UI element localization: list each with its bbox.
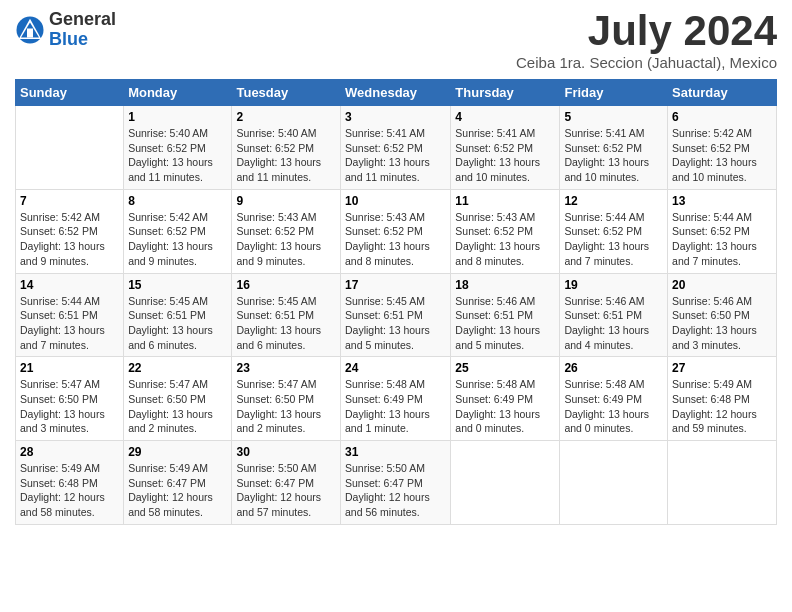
calendar-cell: 11Sunrise: 5:43 AM Sunset: 6:52 PM Dayli… bbox=[451, 189, 560, 273]
calendar-cell: 5Sunrise: 5:41 AM Sunset: 6:52 PM Daylig… bbox=[560, 106, 668, 190]
calendar-cell: 22Sunrise: 5:47 AM Sunset: 6:50 PM Dayli… bbox=[124, 357, 232, 441]
calendar-cell: 24Sunrise: 5:48 AM Sunset: 6:49 PM Dayli… bbox=[341, 357, 451, 441]
day-info: Sunrise: 5:42 AM Sunset: 6:52 PM Dayligh… bbox=[20, 210, 119, 269]
day-number: 10 bbox=[345, 194, 446, 208]
day-info: Sunrise: 5:50 AM Sunset: 6:47 PM Dayligh… bbox=[236, 461, 336, 520]
day-number: 31 bbox=[345, 445, 446, 459]
day-info: Sunrise: 5:44 AM Sunset: 6:52 PM Dayligh… bbox=[672, 210, 772, 269]
calendar-cell bbox=[668, 441, 777, 525]
day-info: Sunrise: 5:43 AM Sunset: 6:52 PM Dayligh… bbox=[455, 210, 555, 269]
day-number: 5 bbox=[564, 110, 663, 124]
day-number: 6 bbox=[672, 110, 772, 124]
day-info: Sunrise: 5:45 AM Sunset: 6:51 PM Dayligh… bbox=[236, 294, 336, 353]
logo-blue-text: Blue bbox=[49, 30, 116, 50]
calendar-table: SundayMondayTuesdayWednesdayThursdayFrid… bbox=[15, 79, 777, 525]
day-number: 26 bbox=[564, 361, 663, 375]
calendar-cell: 4Sunrise: 5:41 AM Sunset: 6:52 PM Daylig… bbox=[451, 106, 560, 190]
calendar-cell: 1Sunrise: 5:40 AM Sunset: 6:52 PM Daylig… bbox=[124, 106, 232, 190]
day-info: Sunrise: 5:49 AM Sunset: 6:47 PM Dayligh… bbox=[128, 461, 227, 520]
header-cell-wednesday: Wednesday bbox=[341, 80, 451, 106]
calendar-cell: 9Sunrise: 5:43 AM Sunset: 6:52 PM Daylig… bbox=[232, 189, 341, 273]
day-number: 14 bbox=[20, 278, 119, 292]
day-info: Sunrise: 5:42 AM Sunset: 6:52 PM Dayligh… bbox=[672, 126, 772, 185]
day-number: 11 bbox=[455, 194, 555, 208]
day-info: Sunrise: 5:40 AM Sunset: 6:52 PM Dayligh… bbox=[128, 126, 227, 185]
calendar-cell bbox=[451, 441, 560, 525]
logo-icon bbox=[15, 15, 45, 45]
calendar-cell: 8Sunrise: 5:42 AM Sunset: 6:52 PM Daylig… bbox=[124, 189, 232, 273]
title-area: July 2024 Ceiba 1ra. Seccion (Jahuactal)… bbox=[516, 10, 777, 71]
header-cell-monday: Monday bbox=[124, 80, 232, 106]
day-number: 27 bbox=[672, 361, 772, 375]
day-number: 8 bbox=[128, 194, 227, 208]
day-number: 16 bbox=[236, 278, 336, 292]
calendar-cell: 15Sunrise: 5:45 AM Sunset: 6:51 PM Dayli… bbox=[124, 273, 232, 357]
day-number: 9 bbox=[236, 194, 336, 208]
month-title: July 2024 bbox=[516, 10, 777, 52]
day-info: Sunrise: 5:41 AM Sunset: 6:52 PM Dayligh… bbox=[455, 126, 555, 185]
day-info: Sunrise: 5:41 AM Sunset: 6:52 PM Dayligh… bbox=[564, 126, 663, 185]
day-info: Sunrise: 5:45 AM Sunset: 6:51 PM Dayligh… bbox=[128, 294, 227, 353]
calendar-cell: 20Sunrise: 5:46 AM Sunset: 6:50 PM Dayli… bbox=[668, 273, 777, 357]
day-number: 28 bbox=[20, 445, 119, 459]
day-info: Sunrise: 5:50 AM Sunset: 6:47 PM Dayligh… bbox=[345, 461, 446, 520]
day-info: Sunrise: 5:46 AM Sunset: 6:51 PM Dayligh… bbox=[564, 294, 663, 353]
calendar-cell: 3Sunrise: 5:41 AM Sunset: 6:52 PM Daylig… bbox=[341, 106, 451, 190]
day-info: Sunrise: 5:48 AM Sunset: 6:49 PM Dayligh… bbox=[564, 377, 663, 436]
calendar-cell: 30Sunrise: 5:50 AM Sunset: 6:47 PM Dayli… bbox=[232, 441, 341, 525]
calendar-cell: 26Sunrise: 5:48 AM Sunset: 6:49 PM Dayli… bbox=[560, 357, 668, 441]
day-number: 29 bbox=[128, 445, 227, 459]
calendar-cell bbox=[560, 441, 668, 525]
day-number: 17 bbox=[345, 278, 446, 292]
svg-rect-3 bbox=[27, 28, 33, 37]
calendar-cell: 18Sunrise: 5:46 AM Sunset: 6:51 PM Dayli… bbox=[451, 273, 560, 357]
day-info: Sunrise: 5:47 AM Sunset: 6:50 PM Dayligh… bbox=[236, 377, 336, 436]
day-number: 21 bbox=[20, 361, 119, 375]
day-info: Sunrise: 5:48 AM Sunset: 6:49 PM Dayligh… bbox=[455, 377, 555, 436]
logo-general-text: General bbox=[49, 10, 116, 30]
day-info: Sunrise: 5:49 AM Sunset: 6:48 PM Dayligh… bbox=[20, 461, 119, 520]
calendar-header: SundayMondayTuesdayWednesdayThursdayFrid… bbox=[16, 80, 777, 106]
calendar-cell bbox=[16, 106, 124, 190]
day-info: Sunrise: 5:44 AM Sunset: 6:51 PM Dayligh… bbox=[20, 294, 119, 353]
day-info: Sunrise: 5:46 AM Sunset: 6:51 PM Dayligh… bbox=[455, 294, 555, 353]
header-cell-sunday: Sunday bbox=[16, 80, 124, 106]
day-info: Sunrise: 5:47 AM Sunset: 6:50 PM Dayligh… bbox=[128, 377, 227, 436]
calendar-cell: 23Sunrise: 5:47 AM Sunset: 6:50 PM Dayli… bbox=[232, 357, 341, 441]
header-cell-tuesday: Tuesday bbox=[232, 80, 341, 106]
week-row: 28Sunrise: 5:49 AM Sunset: 6:48 PM Dayli… bbox=[16, 441, 777, 525]
calendar-cell: 2Sunrise: 5:40 AM Sunset: 6:52 PM Daylig… bbox=[232, 106, 341, 190]
week-row: 14Sunrise: 5:44 AM Sunset: 6:51 PM Dayli… bbox=[16, 273, 777, 357]
calendar-cell: 6Sunrise: 5:42 AM Sunset: 6:52 PM Daylig… bbox=[668, 106, 777, 190]
day-number: 1 bbox=[128, 110, 227, 124]
day-info: Sunrise: 5:49 AM Sunset: 6:48 PM Dayligh… bbox=[672, 377, 772, 436]
week-row: 21Sunrise: 5:47 AM Sunset: 6:50 PM Dayli… bbox=[16, 357, 777, 441]
day-info: Sunrise: 5:40 AM Sunset: 6:52 PM Dayligh… bbox=[236, 126, 336, 185]
day-number: 19 bbox=[564, 278, 663, 292]
day-number: 7 bbox=[20, 194, 119, 208]
day-number: 20 bbox=[672, 278, 772, 292]
header-cell-friday: Friday bbox=[560, 80, 668, 106]
day-info: Sunrise: 5:43 AM Sunset: 6:52 PM Dayligh… bbox=[236, 210, 336, 269]
calendar-cell: 17Sunrise: 5:45 AM Sunset: 6:51 PM Dayli… bbox=[341, 273, 451, 357]
calendar-cell: 14Sunrise: 5:44 AM Sunset: 6:51 PM Dayli… bbox=[16, 273, 124, 357]
day-number: 24 bbox=[345, 361, 446, 375]
calendar-cell: 10Sunrise: 5:43 AM Sunset: 6:52 PM Dayli… bbox=[341, 189, 451, 273]
header-cell-thursday: Thursday bbox=[451, 80, 560, 106]
logo: General Blue bbox=[15, 10, 116, 50]
day-number: 23 bbox=[236, 361, 336, 375]
day-number: 22 bbox=[128, 361, 227, 375]
day-info: Sunrise: 5:48 AM Sunset: 6:49 PM Dayligh… bbox=[345, 377, 446, 436]
day-number: 4 bbox=[455, 110, 555, 124]
calendar-cell: 27Sunrise: 5:49 AM Sunset: 6:48 PM Dayli… bbox=[668, 357, 777, 441]
calendar-cell: 7Sunrise: 5:42 AM Sunset: 6:52 PM Daylig… bbox=[16, 189, 124, 273]
logo-text: General Blue bbox=[49, 10, 116, 50]
calendar-cell: 16Sunrise: 5:45 AM Sunset: 6:51 PM Dayli… bbox=[232, 273, 341, 357]
day-info: Sunrise: 5:46 AM Sunset: 6:50 PM Dayligh… bbox=[672, 294, 772, 353]
day-number: 18 bbox=[455, 278, 555, 292]
calendar-cell: 29Sunrise: 5:49 AM Sunset: 6:47 PM Dayli… bbox=[124, 441, 232, 525]
day-info: Sunrise: 5:43 AM Sunset: 6:52 PM Dayligh… bbox=[345, 210, 446, 269]
day-number: 13 bbox=[672, 194, 772, 208]
day-number: 12 bbox=[564, 194, 663, 208]
day-number: 3 bbox=[345, 110, 446, 124]
